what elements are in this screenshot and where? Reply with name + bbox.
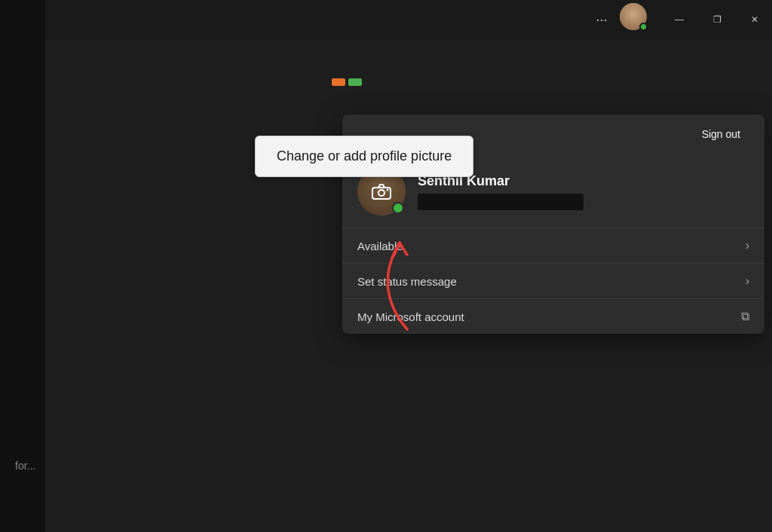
bottom-text: for... [15,460,35,472]
status-message-label: Set status message [357,275,457,288]
title-bar-left-panel [0,0,45,39]
menu-item-available[interactable]: Available › [342,228,764,263]
user-info: Senthil Kumar [418,173,749,210]
status-dot-large [392,202,404,214]
status-indicator-title [639,23,648,31]
maximize-button[interactable]: ❐ [700,0,734,39]
close-button[interactable]: ✕ [737,0,772,39]
colored-bar [332,78,362,86]
menu-item-status-message[interactable]: Set status message › [342,263,764,298]
title-bar-controls: ··· — ❐ ✕ [587,0,772,39]
user-email-redacted [418,194,584,210]
profile-avatar-title-bar[interactable] [620,3,653,36]
colored-rect-orange [332,78,345,86]
camera-icon [372,183,391,200]
chevron-right-icon-2: › [746,274,749,288]
chevron-right-icon: › [746,239,749,252]
external-link-icon: ⧉ [741,310,749,323]
available-label: Available [357,240,403,252]
sidebar [0,39,45,532]
title-bar: ··· — ❐ ✕ [0,0,772,39]
colored-rect-green [348,78,362,86]
svg-point-1 [378,190,384,196]
minimize-button[interactable]: — [662,0,697,39]
ms-account-label: My Microsoft account [357,310,464,323]
main-area: Sign out Senthil Kumar [0,39,772,532]
sign-out-button[interactable]: Sign out [693,124,749,145]
menu-item-ms-account[interactable]: My Microsoft account ⧉ [342,298,764,334]
more-options-button[interactable]: ··· [587,5,617,35]
svg-point-2 [387,189,389,191]
change-picture-tooltip[interactable]: Change or add profile picture [255,136,473,177]
